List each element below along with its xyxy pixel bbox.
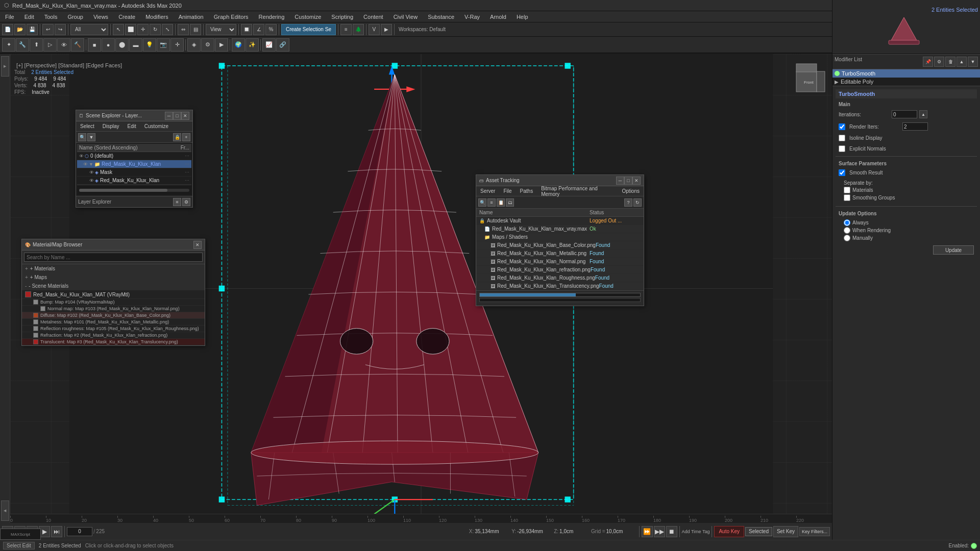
smoothing-groups-checkbox[interactable] (844, 194, 850, 201)
save-btn[interactable]: 💾 (27, 24, 38, 35)
menu-item-v-ray[interactable]: V-Ray (459, 13, 485, 21)
mat-item-bump[interactable]: Bump: Map #104 (VRayNormalMap) (22, 299, 205, 306)
modify-btn[interactable]: 🔧 (16, 38, 29, 52)
rotate-btn[interactable]: ↻ (150, 24, 161, 35)
schematic-view-btn[interactable]: 🔗 (276, 38, 289, 52)
update-btn[interactable]: Update (933, 245, 974, 255)
mat-item-refract[interactable]: Refraction: Map #2 (Red_Mask_Ku_Klux_Kla… (22, 332, 205, 339)
se-footer-btn2[interactable]: ⚙ (182, 198, 190, 206)
layer-manager-btn[interactable]: ≡ (340, 24, 352, 35)
render-btn[interactable]: ▶ (381, 24, 392, 35)
editable-poly-modifier-item[interactable]: ▶ Editable Poly (832, 78, 980, 86)
menu-item-civil-view[interactable]: Civil View (388, 13, 423, 21)
asset-restore[interactable]: □ (624, 177, 632, 185)
camera-btn[interactable]: 📷 (157, 38, 170, 52)
set-key-btn[interactable]: Set Key (773, 526, 798, 537)
redo-btn[interactable]: ↪ (55, 24, 66, 35)
asset-menu-options[interactable]: Options (618, 187, 644, 195)
menu-item-scripting[interactable]: Scripting (326, 13, 358, 21)
new-btn[interactable]: 📄 (2, 24, 13, 35)
se-menu-edit[interactable]: Edit (124, 122, 140, 130)
vray-frame-buf-btn[interactable]: V (369, 24, 380, 35)
autokey-btn[interactable]: Auto Key (714, 526, 744, 537)
utilities-btn[interactable]: 🔨 (71, 38, 84, 52)
plane-btn[interactable]: ▬ (129, 38, 142, 52)
cylinder-btn[interactable]: ⬤ (115, 38, 129, 52)
menu-item-arnold[interactable]: Arnold (485, 13, 511, 21)
expand-left-btn[interactable]: ▶ (1, 56, 9, 77)
nav-cube[interactable]: Front (786, 61, 827, 102)
modifier-move-up-btn[interactable]: ▲ (957, 57, 967, 67)
maxscript-bar[interactable]: MAXScript (0, 529, 41, 540)
menu-item-modifiers[interactable]: Modifiers (140, 13, 174, 21)
asset-row-metallic[interactable]: 🖼 Red_Mask_Ku_Klux_Klan_Metallic.png Fou… (476, 249, 644, 258)
motion-btn[interactable]: ▷ (43, 38, 57, 52)
angle-snap-btn[interactable]: ∠ (253, 24, 264, 35)
se-search-btn[interactable]: 🔍 (78, 133, 86, 141)
asset-minimize[interactable]: ─ (616, 177, 624, 185)
render-iters-input[interactable] (902, 122, 928, 131)
scene-explorer-minimize[interactable]: ─ (165, 112, 173, 120)
isoline-checkbox[interactable] (839, 135, 845, 141)
smooth-result-checkbox[interactable] (839, 169, 845, 176)
menu-item-file[interactable]: File (0, 13, 19, 21)
collapse-left-btn[interactable]: ◀ (1, 500, 9, 521)
mat-item-metal[interactable]: Metalness: Map #101 (Red_Mask_Ku_Klux_Kl… (22, 319, 205, 325)
percent-snap-btn[interactable]: % (265, 24, 277, 35)
play-all-btn[interactable]: ▶▶ (654, 526, 665, 537)
select-filter-dropdown[interactable]: All Geometry Shapes (70, 24, 108, 35)
when-rendering-radio[interactable] (844, 227, 850, 234)
se-footer-btn1[interactable]: ≡ (173, 198, 181, 206)
asset-menu-server[interactable]: Server (476, 187, 499, 195)
mat-item-rough[interactable]: Reflection roughness: Map #105 (Red_Mask… (22, 325, 205, 332)
maps-section[interactable]: + + Maps (22, 273, 205, 282)
select-edit-label[interactable]: Select Edit (3, 542, 35, 549)
asset-row-file[interactable]: 📄 Red_Mask_Ku_Klux_Klan_max_vray.max Ok (476, 225, 644, 233)
select-btn[interactable]: ↖ (113, 24, 124, 35)
mat-item-normal[interactable]: Normal map: Map #103 (Red_Mask_Ku_Klux_K… (22, 306, 205, 312)
mat-search-input[interactable] (24, 253, 203, 262)
scene-explorer-btn[interactable]: 🌲 (353, 24, 364, 35)
menu-item-help[interactable]: Help (511, 13, 533, 21)
key-filters-btn[interactable]: Key Filters... (799, 527, 830, 536)
turbosmooth-modifier-item[interactable]: TurboSmooth (832, 69, 980, 78)
menu-item-substance[interactable]: Substance (423, 13, 459, 21)
asset-tb-4[interactable]: 🗂 (506, 198, 514, 207)
asset-close[interactable]: ✕ (632, 177, 641, 185)
asset-refresh-btn[interactable]: ↻ (633, 198, 642, 207)
tree-item-mask[interactable]: 👁 ◈ Mask ⋯ (77, 168, 191, 177)
materials-checkbox[interactable] (844, 187, 850, 193)
scene-explorer-close[interactable]: ✕ (181, 112, 189, 120)
render-iters-checkbox[interactable] (839, 123, 845, 130)
modifier-config-btn[interactable]: ⚙ (934, 57, 944, 67)
menu-item-graph-editors[interactable]: Graph Editors (209, 13, 254, 21)
asset-tb-3[interactable]: 📋 (497, 198, 505, 207)
asset-row-translucency[interactable]: 🖼 Red_Mask_Ku_Klux_Klan_Translucency.png… (476, 282, 644, 290)
stop-btn[interactable]: ⏹ (666, 526, 677, 537)
view-dropdown[interactable]: View (206, 24, 236, 35)
scene-materials-section[interactable]: - - Scene Materials (22, 282, 205, 290)
asset-menu-file[interactable]: File (499, 187, 516, 195)
effects-btn[interactable]: ✨ (246, 38, 259, 52)
display-btn[interactable]: 👁 (57, 38, 70, 52)
modifier-move-down-btn[interactable]: ▼ (968, 57, 978, 67)
mat-item-diffuse[interactable]: Diffuse: Map #102 (Red_Mask_Ku_Klux_Klan… (22, 312, 205, 319)
hierarchy-btn[interactable]: ⬆ (30, 38, 43, 52)
se-filter-btn[interactable]: ▼ (87, 133, 95, 141)
mirror-btn[interactable]: ⇔ (178, 24, 189, 35)
menu-item-edit[interactable]: Edit (19, 13, 39, 21)
environment-btn[interactable]: 🌍 (232, 38, 245, 52)
next-key-btn[interactable]: ⏭ (51, 526, 62, 537)
menu-item-tools[interactable]: Tools (39, 13, 63, 21)
asset-menu-bitmap[interactable]: Bitmap Performance and Memory (537, 185, 618, 198)
asset-row-base[interactable]: 🖼 Red_Mask_Ku_Klux_Klan_Base_Color.png F… (476, 241, 644, 249)
iterations-input[interactable] (892, 110, 917, 118)
se-menu-select[interactable]: Select (76, 122, 99, 130)
asset-row-refraction[interactable]: 🖼 Red_Mask_Ku_Klux_Klan_refraction.png F… (476, 266, 644, 274)
asset-tb-2[interactable]: ≡ (487, 198, 496, 207)
modifier-delete-btn[interactable]: 🗑 (945, 57, 955, 67)
mat-item-trans[interactable]: Translucent: Map #3 (Red_Mask_Ku_Klux_Kl… (22, 339, 205, 345)
menu-item-views[interactable]: Views (88, 13, 113, 21)
menu-item-create[interactable]: Create (113, 13, 140, 21)
modifier-pin-btn[interactable]: 📌 (923, 57, 933, 67)
